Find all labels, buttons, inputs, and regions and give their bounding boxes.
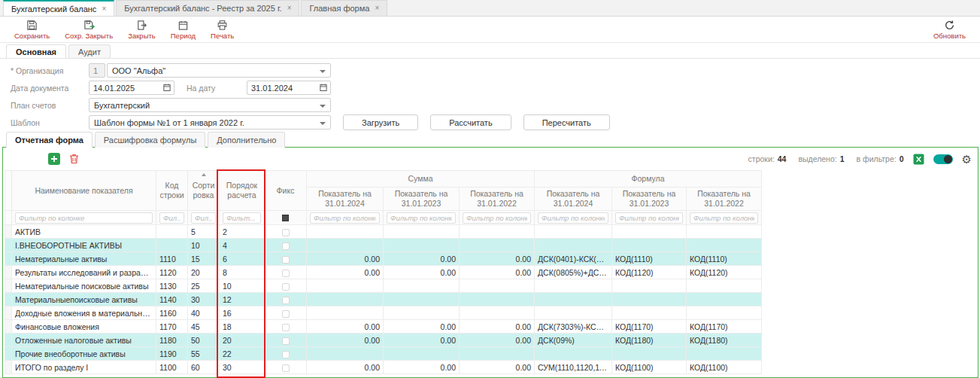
- close-icon[interactable]: ×: [375, 5, 379, 12]
- column-header-sort[interactable]: Сорти ровка: [188, 171, 220, 211]
- cell-f3[interactable]: КОД(1180): [687, 334, 762, 347]
- cell-sort[interactable]: 25: [188, 279, 220, 293]
- column-header-fix[interactable]: Фикс: [265, 171, 307, 211]
- cell-name[interactable]: Материальныепоисковые активы: [12, 293, 156, 306]
- cell-sort[interactable]: 60: [188, 361, 220, 374]
- cell-name[interactable]: Нематериальные активы: [12, 252, 156, 266]
- cell-f1[interactable]: ДСК(0401)-КСК(0501): [535, 252, 612, 266]
- cell-s3[interactable]: [460, 293, 535, 306]
- filter-input-f3[interactable]: [690, 212, 758, 224]
- cell-fix[interactable]: [265, 225, 307, 239]
- cell-f3[interactable]: КОД(1120): [687, 266, 762, 279]
- fix-checkbox[interactable]: [282, 242, 290, 250]
- cell-order[interactable]: 10: [220, 279, 265, 293]
- cell-s2[interactable]: [384, 293, 460, 306]
- table-row[interactable]: Прочие внеоборотные активы11905522: [5, 347, 762, 361]
- cell-gutter[interactable]: [5, 361, 12, 374]
- cell-f1[interactable]: ДСК(0805%)+ДСК(08...: [535, 266, 612, 279]
- filter-input-order[interactable]: [223, 212, 261, 224]
- cell-order[interactable]: 12: [220, 293, 265, 306]
- cell-f2[interactable]: КОД(1120): [612, 266, 687, 279]
- cell-sort[interactable]: 55: [188, 347, 220, 361]
- cell-order[interactable]: 4: [220, 239, 265, 252]
- cell-s1[interactable]: [307, 306, 384, 320]
- cell-s3[interactable]: [460, 279, 535, 293]
- cell-s1[interactable]: 0.00: [307, 266, 384, 279]
- document-date-field[interactable]: [89, 81, 174, 95]
- cell-s2[interactable]: [384, 279, 460, 293]
- table-row[interactable]: ИТОГО по разделу I110060300.000.000.00СУ…: [5, 361, 762, 374]
- cell-code[interactable]: [156, 239, 188, 252]
- cell-s3[interactable]: [460, 239, 535, 252]
- window-tab-registry[interactable]: Бухгалтерский баланс - Реестр за 2025 г.…: [116, 0, 299, 16]
- cell-sort[interactable]: 20: [188, 266, 220, 279]
- cell-s3[interactable]: [460, 306, 535, 320]
- cell-code[interactable]: 1190: [156, 347, 188, 361]
- cell-order[interactable]: 30: [220, 361, 265, 374]
- cell-f2[interactable]: [612, 225, 687, 239]
- refresh-button[interactable]: Обновить: [927, 18, 972, 41]
- cell-f3[interactable]: КОД(1100): [687, 361, 762, 374]
- table-row[interactable]: Отложенные налоговые активы118050200.000…: [5, 334, 762, 347]
- cell-gutter[interactable]: [5, 252, 12, 266]
- fix-filter-checkbox[interactable]: [282, 215, 289, 221]
- close-icon[interactable]: ×: [287, 5, 292, 12]
- settings-gear-icon[interactable]: ⚙: [962, 154, 972, 165]
- table-row[interactable]: Финансовые вложения117045180.000.000.00Д…: [5, 320, 762, 334]
- tab-main[interactable]: Основная: [6, 44, 66, 58]
- cell-f1[interactable]: [535, 306, 612, 320]
- filter-input-f1[interactable]: [538, 212, 608, 224]
- organization-select[interactable]: ООО "Альфа": [107, 63, 331, 78]
- tab-audit[interactable]: Аудит: [68, 44, 111, 58]
- cell-f2[interactable]: [612, 239, 687, 252]
- column-header-name[interactable]: Наименование показателя: [12, 171, 156, 211]
- cell-f2[interactable]: КОД(1170): [612, 320, 687, 334]
- column-header-f3[interactable]: Показатель на 31.01.2022: [687, 187, 762, 211]
- filter-input-s2[interactable]: [387, 212, 456, 224]
- cell-s3[interactable]: [460, 225, 535, 239]
- cell-sort[interactable]: 40: [188, 306, 220, 320]
- cell-f1[interactable]: [535, 293, 612, 306]
- cell-s2[interactable]: [384, 239, 460, 252]
- cell-s2[interactable]: 0.00: [384, 361, 460, 374]
- cell-code[interactable]: 1160: [156, 306, 188, 320]
- table-row[interactable]: Нематериальные поисковые активы11302510: [5, 279, 762, 293]
- cell-gutter[interactable]: [5, 306, 12, 320]
- cell-fix[interactable]: [265, 266, 307, 279]
- cell-gutter[interactable]: [5, 334, 12, 347]
- cell-s1[interactable]: [307, 293, 384, 306]
- cell-s2[interactable]: 0.00: [384, 334, 460, 347]
- cell-fix[interactable]: [265, 306, 307, 320]
- cell-code[interactable]: 1170: [156, 320, 188, 334]
- filter-input-s3[interactable]: [463, 212, 531, 224]
- cell-gutter[interactable]: [5, 279, 12, 293]
- cell-code[interactable]: 1120: [156, 266, 188, 279]
- cell-order[interactable]: 16: [220, 306, 265, 320]
- cell-fix[interactable]: [265, 279, 307, 293]
- window-tab-balance[interactable]: Бухгалтерский баланс ×: [3, 0, 114, 16]
- cell-sort[interactable]: 30: [188, 293, 220, 306]
- fix-checkbox[interactable]: [282, 364, 290, 372]
- tab-additional[interactable]: Дополнительно: [208, 132, 285, 148]
- cell-f3[interactable]: КОД(1170): [687, 320, 762, 334]
- window-tab-main-form[interactable]: Главная форма ×: [301, 0, 387, 16]
- table-row[interactable]: Нематериальные активы11101560.000.000.00…: [5, 252, 762, 266]
- cell-code[interactable]: 1180: [156, 334, 188, 347]
- cell-gutter[interactable]: [5, 239, 12, 252]
- chart-of-accounts-select[interactable]: Бухгалтерский: [89, 98, 331, 112]
- cell-f1[interactable]: [535, 347, 612, 361]
- cell-f3[interactable]: [687, 347, 762, 361]
- cell-sort[interactable]: 45: [188, 320, 220, 334]
- fix-checkbox[interactable]: [282, 256, 290, 264]
- cell-s1[interactable]: [307, 225, 384, 239]
- cell-f3[interactable]: [687, 306, 762, 320]
- cell-f3[interactable]: [687, 225, 762, 239]
- save-close-button[interactable]: Сохр. Закрыть: [58, 18, 120, 41]
- cell-s3[interactable]: 0.00: [460, 361, 535, 374]
- cell-s2[interactable]: [384, 306, 460, 320]
- cell-gutter[interactable]: [5, 293, 12, 306]
- fix-checkbox[interactable]: [282, 297, 290, 304]
- cell-order[interactable]: 2: [220, 225, 265, 239]
- column-header-s2[interactable]: Показатель на 31.01.2023: [384, 187, 460, 211]
- cell-s2[interactable]: [384, 225, 460, 239]
